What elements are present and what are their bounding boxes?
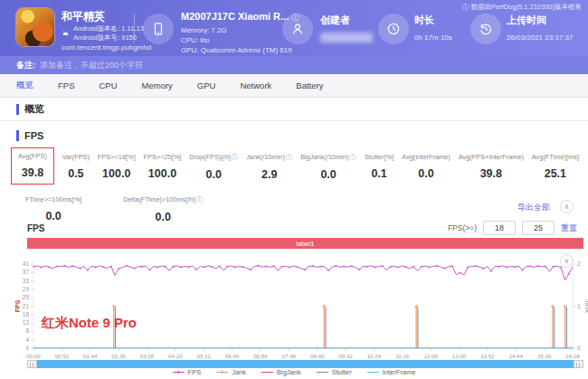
section-accent: [16, 104, 19, 115]
device-memory: Memory: 7.2G: [181, 25, 227, 35]
svg-text:4: 4: [25, 336, 29, 343]
creator-name-blurred: [320, 33, 373, 43]
tab-CPU[interactable]: CPU: [99, 81, 117, 90]
legend-marker-icon: +: [173, 372, 185, 374]
legend-label: InterFrame: [383, 368, 416, 376]
tab-GPU[interactable]: GPU: [197, 81, 216, 90]
svg-text:06:56: 06:56: [253, 353, 268, 359]
svg-text:15:36: 15:36: [537, 353, 552, 359]
legend-Stutter[interactable]: Stutter: [317, 368, 352, 376]
svg-text:25: 25: [23, 294, 30, 300]
svg-text:33: 33: [23, 278, 30, 284]
legend-marker-icon: +: [216, 372, 228, 374]
fps-chart[interactable]: 413733292521161284021000:0000:5201:4402:…: [0, 251, 588, 360]
duration-label: 时长: [414, 14, 434, 27]
scrollbar-left-handle[interactable]: [27, 360, 37, 368]
legend-label: FPS: [188, 368, 202, 376]
scrollbar-right-handle[interactable]: [574, 360, 583, 368]
legend-marker-icon: [261, 372, 273, 374]
tab-Memory[interactable]: Memory: [142, 81, 173, 90]
svg-text:FPS: FPS: [14, 299, 21, 312]
stat-Var(FPS): Var(FPS)0.5: [62, 149, 90, 180]
scene-label: label1: [296, 240, 314, 248]
upload-time-value: 26/03/2021 23:17:37: [507, 33, 573, 43]
fps-section-head: FPS ∨: [0, 126, 588, 146]
svg-text:0: 0: [25, 345, 29, 351]
export-all-link[interactable]: 导出全部: [517, 202, 550, 213]
info-icon[interactable]: ⓘ: [196, 195, 204, 204]
threshold-label: FPS(>=): [448, 223, 477, 232]
legend-label: BigJank: [277, 368, 301, 376]
legend-Jank[interactable]: +Jank: [216, 368, 246, 376]
header-divider: [134, 14, 135, 43]
stat-BigJank(/10min): BigJank(/10min)ⓘ0.0: [300, 149, 356, 181]
overview-title: 概览: [24, 102, 44, 116]
section-accent: [16, 130, 19, 141]
svg-text:10:24: 10:24: [367, 353, 382, 359]
svg-text:Jank: Jank: [584, 299, 588, 313]
upload-time-icon: [470, 14, 501, 44]
legend-FPS[interactable]: +FPS: [173, 368, 202, 376]
svg-text:14:44: 14:44: [509, 353, 524, 359]
legend-label: Stutter: [332, 368, 352, 376]
svg-text:00:52: 00:52: [55, 353, 70, 359]
overview-section-head: 概览 导出全部 ∧: [0, 98, 588, 120]
phone-icon: [143, 14, 174, 44]
report-header: 和平精英 Android版本名: 1.11.13 Android版本号: 915…: [0, 0, 588, 56]
tab-Network[interactable]: Network: [240, 81, 271, 90]
section-divider: [0, 120, 588, 121]
threshold-low-input[interactable]: [483, 221, 516, 235]
duration-value: 0h 17m 10s: [414, 33, 452, 43]
scene-label-bar: label1: [27, 238, 583, 249]
device-model: M2007J17C Xiaomi R...ⓘ: [181, 11, 299, 23]
stat-Drop(FPS)[/h]: Drop(FPS)[/h]ⓘ0.0: [189, 149, 238, 181]
svg-text:00:00: 00:00: [26, 353, 41, 359]
remark-label: 备注:: [16, 60, 35, 71]
stat-Avg(FPS): Avg(FPS)39.8: [11, 147, 54, 185]
svg-text:37: 37: [23, 269, 30, 275]
svg-text:16:28: 16:28: [565, 353, 580, 359]
legend-InterFrame[interactable]: InterFrame: [367, 368, 416, 376]
reset-link[interactable]: 重置: [561, 223, 577, 234]
info-icon[interactable]: ⓘ: [232, 153, 239, 162]
info-icon[interactable]: ⓘ: [350, 153, 357, 162]
tab-Battery[interactable]: Battery: [296, 81, 323, 90]
creator-icon: [282, 14, 313, 44]
stat-FPS>=18[%]: FPS>=18[%]100.0: [98, 149, 136, 180]
chart-title: FPS: [27, 223, 44, 233]
svg-text:09:32: 09:32: [338, 353, 353, 359]
stat-Delta(FTime)>100ms[/h]: Delta(FTime)>100ms[/h]ⓘ0.0: [123, 192, 203, 223]
legend-marker-icon: [367, 372, 379, 374]
chart-scrollbar[interactable]: [27, 360, 583, 368]
android-icon: [62, 25, 70, 42]
chart-legend: +FPS+JankBigJankStutterInterFrame: [0, 368, 588, 376]
svg-text:13:52: 13:52: [480, 353, 495, 359]
svg-text:02:36: 02:36: [111, 353, 126, 359]
svg-text:1: 1: [577, 303, 581, 309]
chart-annotation: 红米Note 9 Pro: [41, 315, 137, 330]
legend-marker-icon: [317, 372, 328, 374]
collector-version-note: ⓘ 数据由PerfDog(5.1.210300)版本收集: [462, 3, 582, 12]
info-icon[interactable]: ⓘ: [286, 153, 293, 162]
svg-text:05:12: 05:12: [196, 353, 211, 359]
legend-BigJank[interactable]: BigJank: [261, 368, 301, 376]
stat-Avg(FPS+InterFrame): Avg(FPS+InterFrame)39.8: [459, 149, 524, 180]
svg-text:21: 21: [23, 303, 30, 309]
remark-hint: 添加备注，不超过200个字符: [40, 60, 143, 71]
legend-label: Jank: [232, 368, 246, 376]
stat-Avg(FTime)[ms]: Avg(FTime)[ms]25.1: [532, 149, 579, 180]
svg-text:12: 12: [23, 319, 30, 326]
creator-label: 创建者: [320, 14, 350, 27]
threshold-high-input[interactable]: [522, 221, 555, 235]
device-gpu: GPU: Qualcomm Adreno (TM) 619: [181, 45, 292, 55]
tab-概览[interactable]: 概览: [16, 80, 33, 91]
svg-text:08:40: 08:40: [310, 353, 325, 359]
collapse-all-button[interactable]: ∧: [560, 200, 574, 213]
remark-bar[interactable]: 备注: 添加备注，不超过200个字符: [0, 56, 588, 74]
stat-Jank(/10min): Jank(/10min)ⓘ2.9: [246, 149, 292, 181]
tab-FPS[interactable]: FPS: [58, 81, 74, 90]
svg-text:8: 8: [25, 327, 29, 334]
svg-text:01:44: 01:44: [83, 353, 98, 359]
stat-Avg(InterFrame): Avg(InterFrame)0.0: [402, 149, 450, 180]
perfdog-report-page: 和平精英 Android版本名: 1.11.13 Android版本号: 915…: [0, 0, 588, 379]
